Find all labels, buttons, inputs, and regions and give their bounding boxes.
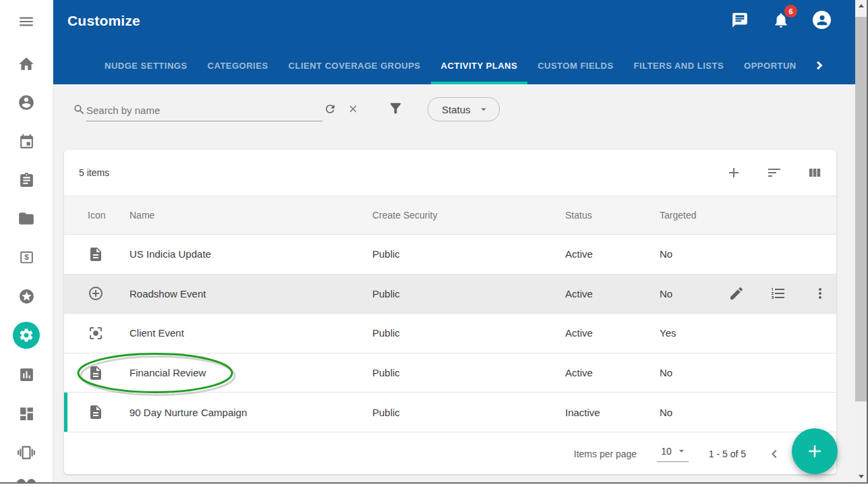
notification-badge: 6	[784, 5, 797, 18]
toolbar-icons	[726, 165, 823, 181]
bar-chart-icon	[18, 366, 35, 383]
row-actions	[728, 285, 828, 302]
activity-plans-card: 5 items Icon Name Create Security	[64, 150, 836, 474]
sidebar-item-tasks[interactable]	[11, 165, 41, 195]
edit-button[interactable]	[728, 285, 745, 302]
table-row[interactable]: US Indicia Update Public Active No	[64, 235, 836, 275]
tab-filters-and-lists[interactable]: FILTERS AND LISTS	[624, 47, 734, 84]
row-name: Roadshow Event	[129, 288, 372, 299]
more-options-button[interactable]	[812, 285, 828, 302]
row-name: Client Event	[129, 327, 372, 339]
sidebar-item-home[interactable]	[11, 49, 41, 79]
columns-button[interactable]	[807, 165, 823, 181]
scrollbar-thumb[interactable]	[855, 17, 867, 401]
home-icon	[18, 55, 35, 73]
sidebar-item-billing[interactable]: $	[11, 242, 41, 272]
tab-opportunities-truncated[interactable]: OPPORTUN	[734, 47, 807, 84]
table-header-row: Icon Name Create Security Status Targete…	[64, 196, 836, 235]
search-input[interactable]	[86, 99, 322, 121]
tabs-scroll-right-button[interactable]	[812, 58, 827, 73]
close-icon	[347, 103, 359, 115]
add-circle-icon	[88, 285, 129, 302]
row-targeted: No	[660, 367, 728, 378]
row-targeted: Yes	[660, 327, 728, 339]
tab-categories[interactable]: CATEGORIES	[198, 47, 279, 84]
items-per-page-select[interactable]: 10	[657, 445, 689, 462]
items-per-page-label: Items per page	[574, 449, 637, 459]
table-row[interactable]: 90 Day Nurture Campaign Public Inactive …	[64, 393, 836, 432]
document-icon	[88, 365, 129, 381]
row-status: Active	[565, 327, 660, 339]
column-header-name: Name	[129, 210, 372, 221]
table-row[interactable]: Client Event Public Active Yes	[64, 314, 836, 353]
sidebar-item-mobile[interactable]	[11, 438, 41, 467]
document-icon	[88, 404, 129, 420]
sort-button[interactable]	[766, 165, 782, 181]
table-row[interactable]: Roadshow Event Public Active No	[64, 275, 836, 314]
star-circle-icon	[18, 288, 35, 305]
row-create-security: Public	[372, 367, 565, 378]
items-per-page-value: 10	[661, 446, 672, 457]
column-header-status: Status	[565, 210, 660, 221]
items-count: 5 items	[79, 167, 109, 178]
dollar-square-icon: $	[18, 249, 35, 266]
tab-bar: NUDGE SETTINGS CATEGORIES CLIENT COVERAG…	[53, 47, 867, 84]
table-row[interactable]: Financial Review Public Active No	[64, 353, 836, 393]
sidebar-item-dashboard[interactable]	[11, 399, 41, 428]
row-targeted: No	[660, 288, 728, 299]
folder-icon	[18, 210, 35, 227]
sidebar-item-calendar[interactable]	[11, 127, 41, 156]
tab-custom-fields[interactable]: CUSTOM FIELDS	[527, 47, 623, 84]
center-focus-icon	[88, 325, 129, 341]
person-icon	[815, 13, 830, 28]
clipboard-tasks-icon	[18, 172, 35, 189]
sidebar-item-favorites[interactable]	[11, 281, 41, 311]
sidebar-item-contacts[interactable]	[11, 88, 41, 117]
row-name: 90 Day Nurture Campaign	[129, 407, 372, 418]
notifications-button[interactable]: 6	[772, 11, 790, 29]
menu-icon	[18, 13, 35, 30]
sort-icon	[766, 165, 782, 181]
refresh-button[interactable]	[324, 103, 337, 115]
row-create-security: Public	[372, 327, 565, 339]
column-header-targeted: Targeted	[660, 210, 728, 221]
tab-client-coverage-groups[interactable]: CLIENT COVERAGE GROUPS	[279, 47, 431, 84]
account-button[interactable]	[813, 11, 831, 29]
app-window: $ Customize	[0, 0, 868, 487]
page-range-label: 1 - 5 of 5	[709, 449, 746, 459]
triangle-up-icon	[859, 4, 864, 7]
chat-button[interactable]	[730, 11, 749, 29]
filter-button[interactable]	[388, 101, 403, 116]
tab-activity-plans[interactable]: ACTIVITY PLANS	[431, 47, 528, 84]
sidebar-item-files[interactable]	[11, 204, 41, 233]
svg-text:$: $	[24, 253, 29, 261]
row-create-security: Public	[372, 407, 565, 418]
tab-nudge-settings[interactable]: NUDGE SETTINGS	[94, 47, 198, 84]
chevron-down-icon	[478, 103, 490, 115]
row-targeted: No	[660, 407, 728, 418]
add-item-button[interactable]	[726, 165, 742, 181]
calendar-icon	[18, 134, 35, 150]
column-header-create-security: Create Security	[372, 210, 565, 221]
steps-list-button[interactable]	[770, 285, 786, 302]
list-numbered-icon	[770, 285, 786, 302]
header-actions: 6	[730, 11, 831, 29]
view-columns-icon	[807, 165, 823, 181]
clear-search-button[interactable]	[347, 103, 359, 115]
hamburger-menu-button[interactable]	[11, 7, 41, 36]
scroll-down-button[interactable]	[855, 471, 867, 482]
previous-page-button[interactable]	[766, 446, 782, 462]
status-filter-chip[interactable]: Status	[428, 97, 500, 121]
vertical-scrollbar[interactable]	[855, 0, 867, 482]
kebab-menu-icon	[812, 285, 828, 302]
main-content: Status 5 items	[53, 84, 855, 482]
avatar	[813, 11, 831, 29]
row-name: Financial Review	[129, 367, 372, 378]
chevron-down-icon	[676, 445, 687, 457]
scroll-up-button[interactable]	[855, 0, 867, 11]
sidebar-item-settings[interactable]	[11, 320, 41, 350]
add-activity-plan-fab[interactable]	[792, 428, 838, 474]
sidebar-item-analytics[interactable]	[11, 360, 41, 389]
chevron-right-icon	[812, 58, 827, 73]
window-border	[0, 482, 868, 484]
